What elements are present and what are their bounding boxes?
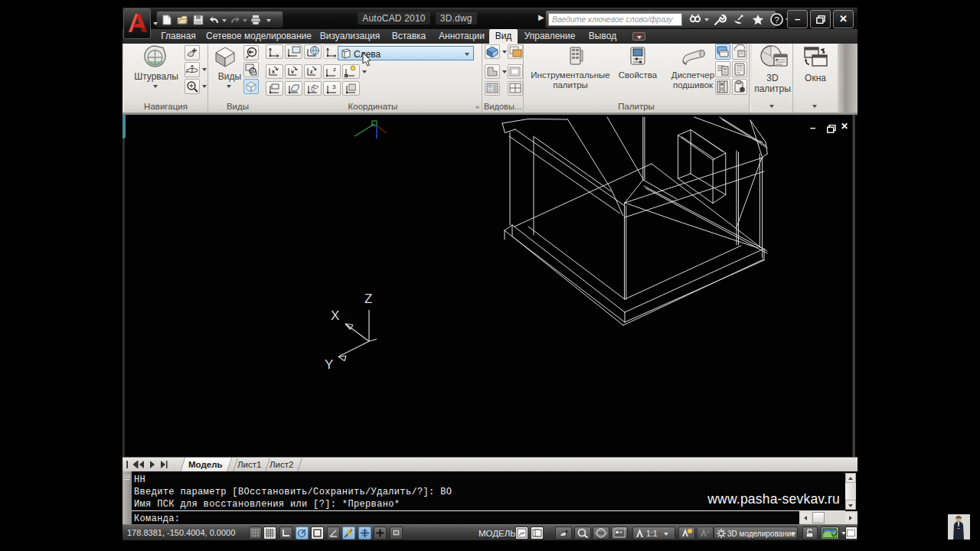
svg-text:Y: Y (325, 357, 333, 372)
svg-text:v: v (291, 69, 294, 74)
svg-text:3: 3 (332, 83, 336, 90)
svg-text:Z: Z (364, 292, 372, 306)
svg-text:X: X (331, 308, 339, 323)
svg-text:z: z (333, 66, 336, 73)
svg-text:z: z (310, 69, 313, 74)
svg-text:x: x (272, 69, 275, 74)
svg-text:?: ? (774, 15, 779, 24)
